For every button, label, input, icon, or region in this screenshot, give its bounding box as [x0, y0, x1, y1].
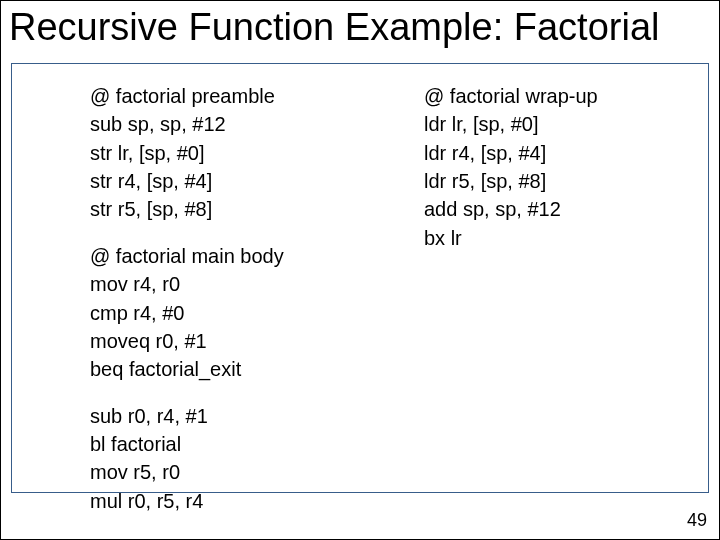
code-block-preamble: @ factorial preamble sub sp, sp, #12 str…	[90, 82, 370, 224]
code-line: @ factorial main body	[90, 242, 370, 270]
code-line: sub sp, sp, #12	[90, 110, 370, 138]
code-line: beq factorial_exit	[90, 355, 370, 383]
code-line: add sp, sp, #12	[424, 195, 684, 223]
content-box: @ factorial preamble sub sp, sp, #12 str…	[11, 63, 709, 493]
slide: Recursive Function Example: Factorial @ …	[0, 0, 720, 540]
code-line: mov r5, r0	[90, 458, 370, 486]
code-block-recurse: sub r0, r4, #1 bl factorial mov r5, r0 m…	[90, 402, 370, 516]
code-line: str r5, [sp, #8]	[90, 195, 370, 223]
page-number: 49	[687, 510, 707, 531]
code-block-wrapup: @ factorial wrap-up ldr lr, [sp, #0] ldr…	[424, 82, 684, 252]
right-column: @ factorial wrap-up ldr lr, [sp, #0] ldr…	[424, 82, 684, 270]
code-line: mul r0, r5, r4	[90, 487, 370, 515]
code-line: ldr r5, [sp, #8]	[424, 167, 684, 195]
code-line: ldr lr, [sp, #0]	[424, 110, 684, 138]
left-column: @ factorial preamble sub sp, sp, #12 str…	[90, 82, 370, 533]
code-line: moveq r0, #1	[90, 327, 370, 355]
code-line: bl factorial	[90, 430, 370, 458]
code-line: mov r4, r0	[90, 270, 370, 298]
code-line: str lr, [sp, #0]	[90, 139, 370, 167]
code-block-main-body: @ factorial main body mov r4, r0 cmp r4,…	[90, 242, 370, 384]
code-line: ldr r4, [sp, #4]	[424, 139, 684, 167]
code-line: str r4, [sp, #4]	[90, 167, 370, 195]
code-line: bx lr	[424, 224, 684, 252]
code-line: cmp r4, #0	[90, 299, 370, 327]
code-line: sub r0, r4, #1	[90, 402, 370, 430]
code-line: @ factorial preamble	[90, 82, 370, 110]
code-line: @ factorial wrap-up	[424, 82, 684, 110]
page-title: Recursive Function Example: Factorial	[1, 1, 719, 49]
